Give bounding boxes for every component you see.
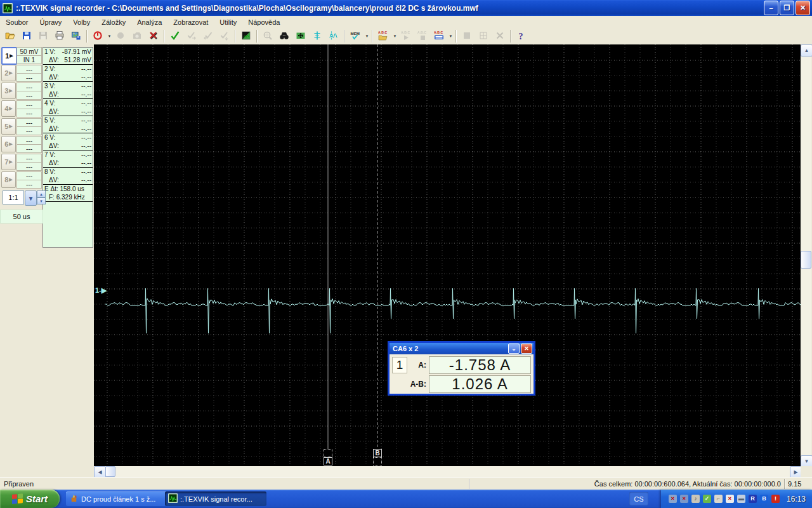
menu-item-soubor[interactable]: Soubor <box>0 17 34 27</box>
channel-4-range: --- <box>16 100 42 109</box>
horizontal-scrollbar[interactable]: ◀ ▶ <box>94 466 801 477</box>
menu-item-pravy[interactable]: Úpravy <box>34 17 67 27</box>
abcopen-icon: A:B:C <box>378 30 388 42</box>
menu-bar: SouborÚpravyVolbyZáložkyAnalýzaZobrazova… <box>0 16 812 28</box>
toolbar-separator <box>455 30 457 43</box>
spinner-down-icon[interactable]: ▼ <box>37 197 46 204</box>
bluetooth-icon[interactable]: B <box>760 495 768 503</box>
measurement-row-cursors: E Δt: 158.0 usF: 6.329 kHz <box>43 185 93 202</box>
channel-3-range: --- <box>16 83 42 91</box>
restore-button[interactable]: ❐ <box>780 1 794 15</box>
scope-display[interactable]: 1-▶ A B <box>94 44 801 466</box>
status-bar: Připraven Čas celkem: 00:00:00:600.064, … <box>0 477 812 490</box>
record-button-dropdown-icon[interactable]: ▼ <box>107 34 112 38</box>
language-indicator[interactable]: CS <box>629 492 648 505</box>
display-settings-icon[interactable]: ▬ <box>737 495 745 503</box>
channel-3-button[interactable]: 3▶ <box>1 83 16 99</box>
measurement-row-channel-2: 2 V:--.--ΔV:--.-- <box>43 65 93 82</box>
gridicon-icon <box>478 30 488 42</box>
abc-open-button[interactable]: A:B:C <box>375 29 391 44</box>
spinner-up-icon[interactable]: ▲ <box>37 190 46 197</box>
volume-icon[interactable]: ♪ <box>691 495 700 503</box>
scroll-up-icon[interactable]: ▲ <box>801 44 812 57</box>
cursor-b-handle[interactable] <box>373 457 382 465</box>
channel-1-marker[interactable]: 1-▶ <box>95 286 107 295</box>
abcplay-icon: A:B:C <box>401 30 411 42</box>
export-image-button[interactable] <box>68 29 84 44</box>
channel-7-button[interactable]: 7▶ <box>1 154 16 170</box>
menu-item-volby[interactable]: Volby <box>67 17 96 27</box>
channel-1-input: IN 1 <box>16 55 42 64</box>
menu-item-analza[interactable]: Analýza <box>131 17 167 27</box>
chevron-down-icon[interactable]: ▼ <box>25 190 37 206</box>
wave-cursor-button[interactable] <box>325 29 342 44</box>
channel-4-button[interactable]: 4▶ <box>1 100 16 117</box>
r-tray-icon[interactable]: R <box>749 495 757 503</box>
graphics-utility-icon[interactable]: ✓ <box>703 495 711 503</box>
minimize-button[interactable]: – <box>764 1 778 15</box>
meter-collapse-button[interactable]: ⌄ <box>508 344 520 354</box>
help-button[interactable]: ? <box>513 29 530 44</box>
start-button[interactable]: Start <box>0 490 60 508</box>
menu-item-zobrazovat[interactable]: Zobrazovat <box>167 17 214 27</box>
cursor-button[interactable] <box>309 29 325 44</box>
meter-close-button[interactable]: ✕ <box>521 344 532 354</box>
zoom-button <box>259 29 276 44</box>
channel-5-button[interactable]: 5▶ <box>1 118 16 135</box>
abcstop-icon: A:B:C <box>417 30 428 42</box>
mem-button-dropdown-icon[interactable]: ▼ <box>364 34 370 38</box>
security-center-icon[interactable]: ! <box>771 495 780 503</box>
stop-record-button <box>112 29 129 44</box>
network-offline-icon[interactable]: × <box>669 495 677 503</box>
channel-1-button[interactable]: 1▶ <box>1 47 17 65</box>
pan-button[interactable] <box>292 29 309 44</box>
cursor-a-label[interactable]: A <box>324 457 332 465</box>
pointing-device-icon[interactable]: ⌐ <box>714 495 723 503</box>
zoom-ratio-combo[interactable]: 1:1 ▼ <box>3 190 37 206</box>
task-label: DC proud článek 1 s ž... <box>81 495 155 503</box>
record-button[interactable] <box>89 29 106 44</box>
channel-2-button[interactable]: 2▶ <box>1 65 16 81</box>
validate-button[interactable] <box>167 29 183 44</box>
close-button[interactable]: ✕ <box>796 1 810 15</box>
validate-next-button <box>183 29 200 44</box>
menu-item-zloky[interactable]: Záložky <box>96 17 131 27</box>
meter-title-bar[interactable]: CA6 x 2 ⌄ ✕ <box>390 343 534 354</box>
menu-item-utility[interactable]: Utility <box>214 17 242 27</box>
zoom-ratio-value[interactable]: 1:1 <box>3 190 24 204</box>
wireless-offline-icon[interactable]: × <box>726 495 734 503</box>
channel-2-input: --- <box>16 73 42 82</box>
vertical-scrollbar[interactable]: ▲ ▼ <box>801 44 811 466</box>
channel-2-range: --- <box>16 65 42 74</box>
cursor-b-label[interactable]: B <box>373 449 382 457</box>
abc-keyboard-button[interactable]: A:B:C <box>431 29 447 44</box>
channel-8-range: --- <box>16 171 42 180</box>
save-file-button[interactable] <box>18 29 35 44</box>
meter-ab-value: 1.026 A <box>429 375 531 393</box>
status-number: 9.15 <box>784 479 812 489</box>
toolbar-separator <box>256 30 258 43</box>
horizontal-scroll-thumb[interactable] <box>105 466 115 477</box>
open-file-button[interactable] <box>2 29 18 44</box>
channel-7-input: --- <box>16 162 42 171</box>
mem-button[interactable]: MEM <box>347 29 363 44</box>
abc-open-button-dropdown-icon[interactable]: ▼ <box>392 34 398 38</box>
abc-keyboard-button-dropdown-icon[interactable]: ▼ <box>448 34 454 38</box>
invert-display-button[interactable] <box>238 29 254 44</box>
search-button[interactable] <box>276 29 292 44</box>
zoom-ratio-spinner[interactable]: ▲ ▼ <box>37 190 46 204</box>
measurement-row-channel-8: 8 V:--.--ΔV:--.-- <box>43 168 93 185</box>
system-tray: ××♪✓⌐×▬RB!16:13 <box>661 490 812 508</box>
cursorwave-icon <box>329 30 339 42</box>
taskbar-task-2[interactable]: :.TEXVIK signal recor... <box>165 491 266 506</box>
delete-record-button[interactable] <box>145 29 162 44</box>
menu-item-npovda[interactable]: Nápověda <box>242 17 285 27</box>
channel-8-button[interactable]: 8▶ <box>1 171 16 188</box>
channel-6-button[interactable]: 6▶ <box>1 136 16 152</box>
cursor-a-handle[interactable] <box>324 449 332 457</box>
taskbar-task-1[interactable]: DC proud článek 1 s ž... <box>66 491 167 506</box>
vertical-scroll-thumb[interactable] <box>801 251 811 269</box>
print-button[interactable] <box>51 29 68 44</box>
meter-window[interactable]: CA6 x 2 ⌄ ✕ 1 A: -1.758 A A-B: 1.026 A <box>388 341 535 396</box>
connection-offline-icon[interactable]: × <box>680 495 688 503</box>
